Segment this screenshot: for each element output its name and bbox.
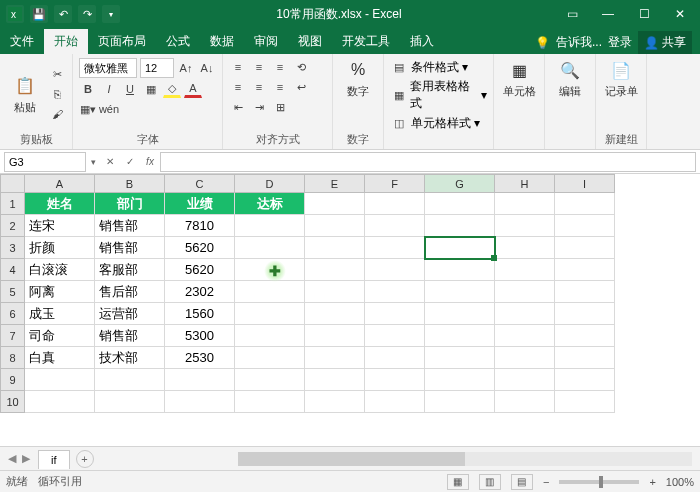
col-header-G[interactable]: G	[425, 175, 495, 193]
cell-F5[interactable]	[365, 281, 425, 303]
cell-F9[interactable]	[365, 369, 425, 391]
cell-A4[interactable]: 白滚滚	[25, 259, 95, 281]
tab-layout[interactable]: 页面布局	[88, 29, 156, 54]
row-header-7[interactable]: 7	[1, 325, 25, 347]
cell-H6[interactable]	[495, 303, 555, 325]
fill-color-icon[interactable]: ◇	[163, 80, 181, 98]
close-icon[interactable]: ✕	[666, 4, 694, 24]
cell-G7[interactable]	[425, 325, 495, 347]
row-header-1[interactable]: 1	[1, 193, 25, 215]
cell-C8[interactable]: 2530	[165, 347, 235, 369]
cell-H2[interactable]	[495, 215, 555, 237]
grow-font-icon[interactable]: A↑	[177, 59, 195, 77]
worksheet-grid[interactable]: ABCDEFGHI1姓名部门业绩达标2连宋销售部78103折颜销售部56204白…	[0, 174, 700, 446]
cell-F6[interactable]	[365, 303, 425, 325]
name-box-dropdown-icon[interactable]: ▾	[86, 157, 100, 167]
row-header-3[interactable]: 3	[1, 237, 25, 259]
decrease-indent-icon[interactable]: ⇤	[229, 98, 247, 116]
cell-C3[interactable]: 5620	[165, 237, 235, 259]
col-header-B[interactable]: B	[95, 175, 165, 193]
bold-button[interactable]: B	[79, 80, 97, 98]
cell-B5[interactable]: 售后部	[95, 281, 165, 303]
cell-F2[interactable]	[365, 215, 425, 237]
normal-view-icon[interactable]: ▦	[447, 474, 469, 490]
shrink-font-icon[interactable]: A↓	[198, 59, 216, 77]
cell-B4[interactable]: 客服部	[95, 259, 165, 281]
cell-E9[interactable]	[305, 369, 365, 391]
cell-I2[interactable]	[555, 215, 615, 237]
conditional-format-button[interactable]: ▤条件格式▾	[390, 58, 487, 76]
cell-D2[interactable]	[235, 215, 305, 237]
italic-button[interactable]: I	[100, 80, 118, 98]
qat-dropdown-icon[interactable]: ▾	[102, 5, 120, 23]
cell-E4[interactable]	[305, 259, 365, 281]
cell-B9[interactable]	[95, 369, 165, 391]
cell-D1[interactable]: 达标	[235, 193, 305, 215]
tab-dev[interactable]: 开发工具	[332, 29, 400, 54]
align-left-icon[interactable]: ≡	[229, 78, 247, 96]
cell-C9[interactable]	[165, 369, 235, 391]
border-icon[interactable]: ▦	[142, 80, 160, 98]
cell-C4[interactable]: 5620	[165, 259, 235, 281]
col-header-C[interactable]: C	[165, 175, 235, 193]
row-header-4[interactable]: 4	[1, 259, 25, 281]
number-format-button[interactable]: %数字	[339, 58, 377, 99]
cell-I1[interactable]	[555, 193, 615, 215]
cell-D6[interactable]	[235, 303, 305, 325]
cancel-icon[interactable]: ✕	[100, 156, 120, 167]
cell-F1[interactable]	[365, 193, 425, 215]
cell-C7[interactable]: 5300	[165, 325, 235, 347]
undo-icon[interactable]: ↶	[54, 5, 72, 23]
zoom-slider[interactable]	[559, 480, 639, 484]
cell-I4[interactable]	[555, 259, 615, 281]
save-icon[interactable]: 💾	[30, 5, 48, 23]
cell-I6[interactable]	[555, 303, 615, 325]
align-bottom-icon[interactable]: ≡	[271, 58, 289, 76]
cell-B6[interactable]: 运营部	[95, 303, 165, 325]
cell-H4[interactable]	[495, 259, 555, 281]
cell-D3[interactable]	[235, 237, 305, 259]
align-center-icon[interactable]: ≡	[250, 78, 268, 96]
paste-button[interactable]: 📋粘贴	[6, 58, 44, 130]
sheet-nav-prev-icon[interactable]: ◀	[8, 452, 16, 465]
col-header-D[interactable]: D	[235, 175, 305, 193]
row-header-6[interactable]: 6	[1, 303, 25, 325]
cell-G6[interactable]	[425, 303, 495, 325]
cell-E3[interactable]	[305, 237, 365, 259]
sheet-nav-next-icon[interactable]: ▶	[22, 452, 30, 465]
name-box[interactable]: G3	[4, 152, 86, 172]
cell-E2[interactable]	[305, 215, 365, 237]
cell-E10[interactable]	[305, 391, 365, 413]
cell-A2[interactable]: 连宋	[25, 215, 95, 237]
tab-formulas[interactable]: 公式	[156, 29, 200, 54]
cell-D10[interactable]	[235, 391, 305, 413]
cell-I8[interactable]	[555, 347, 615, 369]
cut-icon[interactable]: ✂	[48, 65, 66, 83]
cell-I9[interactable]	[555, 369, 615, 391]
increase-indent-icon[interactable]: ⇥	[250, 98, 268, 116]
cell-C10[interactable]	[165, 391, 235, 413]
cell-C1[interactable]: 业绩	[165, 193, 235, 215]
cell-C2[interactable]: 7810	[165, 215, 235, 237]
cell-C6[interactable]: 1560	[165, 303, 235, 325]
col-header-A[interactable]: A	[25, 175, 95, 193]
tab-data[interactable]: 数据	[200, 29, 244, 54]
cell-G3[interactable]	[425, 237, 495, 259]
fx-icon[interactable]: fx	[140, 156, 160, 167]
maximize-icon[interactable]: ☐	[630, 4, 658, 24]
cell-D7[interactable]	[235, 325, 305, 347]
enter-icon[interactable]: ✓	[120, 156, 140, 167]
cell-I5[interactable]	[555, 281, 615, 303]
cell-E5[interactable]	[305, 281, 365, 303]
tab-home[interactable]: 开始	[44, 29, 88, 54]
cell-E1[interactable]	[305, 193, 365, 215]
cell-A6[interactable]: 成玉	[25, 303, 95, 325]
cell-A7[interactable]: 司命	[25, 325, 95, 347]
tab-file[interactable]: 文件	[0, 29, 44, 54]
cell-D8[interactable]	[235, 347, 305, 369]
orientation-icon[interactable]: ⟲	[292, 58, 310, 76]
format-table-button[interactable]: ▦套用表格格式▾	[390, 78, 487, 112]
formula-bar[interactable]	[160, 152, 696, 172]
row-header-10[interactable]: 10	[1, 391, 25, 413]
redo-icon[interactable]: ↷	[78, 5, 96, 23]
